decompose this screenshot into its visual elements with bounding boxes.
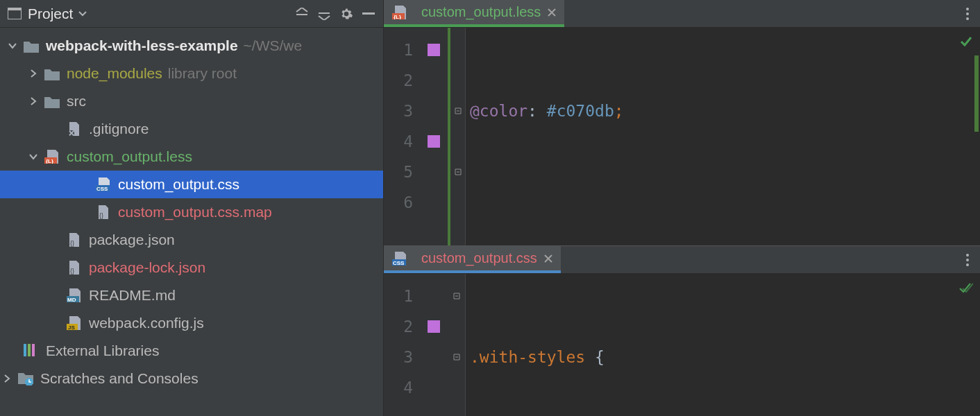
tab-bar-top: {L} custom_output.less xyxy=(384,0,980,28)
swatch-gutter xyxy=(420,274,448,416)
tree-item-packagejson[interactable]: · {} package.json xyxy=(0,226,383,254)
code-css[interactable]: .with-styles { background-color: #c070db… xyxy=(466,274,980,416)
less-file-icon: {L} xyxy=(44,150,60,164)
css-file-icon: CSS xyxy=(96,177,111,191)
svg-point-27 xyxy=(966,259,969,261)
minimize-icon[interactable] xyxy=(360,5,378,23)
editor-pane-css: CSS custom_output.css 1 2 3 4 xyxy=(384,246,980,416)
vcs-change-stripe xyxy=(974,55,979,132)
fold-gutter xyxy=(448,274,466,416)
editor-area: {L} custom_output.less 1 2 3 4 5 6 xyxy=(384,0,980,416)
more-icon[interactable] xyxy=(955,0,980,27)
tree-item-label: node_modules xyxy=(67,65,162,82)
tree-item-cssmap[interactable]: · {} custom_output.css.map xyxy=(0,198,383,226)
color-swatch[interactable] xyxy=(428,320,440,333)
js-file-icon: JS xyxy=(67,316,82,330)
svg-point-21 xyxy=(966,8,969,10)
fold-end-icon[interactable] xyxy=(450,157,465,187)
gear-icon[interactable] xyxy=(337,5,355,23)
editor-body-less[interactable]: 1 2 3 4 5 6 @color: #c070db; xyxy=(384,28,980,245)
tree-item-label: webpack.config.js xyxy=(89,315,204,331)
chevron-right-icon[interactable] xyxy=(29,69,42,78)
svg-rect-1 xyxy=(8,8,22,10)
tree-item-label: custom_output.less xyxy=(67,148,192,165)
tree-item-label: package.json xyxy=(89,232,175,248)
svg-text:MD: MD xyxy=(67,297,76,302)
tree-root-label: webpack-with-less-example xyxy=(46,37,238,54)
editor-body-css[interactable]: 1 2 3 4 .with-styles { background-color:… xyxy=(384,274,980,416)
close-icon[interactable] xyxy=(548,8,556,17)
fold-start-icon[interactable] xyxy=(448,281,465,311)
svg-rect-2 xyxy=(362,12,375,15)
tree-item-label: package-lock.json xyxy=(89,259,205,276)
tree-external-libs[interactable]: · External Libraries xyxy=(0,337,383,365)
svg-text:{}: {} xyxy=(70,240,74,247)
tree-item-node-modules[interactable]: node_modules library root xyxy=(0,60,383,87)
chevron-down-icon[interactable] xyxy=(78,11,87,17)
svg-rect-15 xyxy=(24,344,26,356)
json-file-icon: {} xyxy=(67,233,82,247)
svg-point-26 xyxy=(966,254,969,257)
svg-text:JS: JS xyxy=(68,324,75,330)
tree-item-webpack[interactable]: · JS webpack.config.js xyxy=(0,309,383,337)
tree-item-readme[interactable]: · MD README.md xyxy=(0,281,383,309)
svg-text:{L}: {L} xyxy=(394,14,401,19)
md-file-icon: MD xyxy=(67,288,82,302)
fold-gutter xyxy=(448,28,466,245)
tree-item-label: custom_output.css xyxy=(118,176,239,193)
json-file-icon: {} xyxy=(67,261,82,275)
svg-text:CSS: CSS xyxy=(393,260,405,266)
collapse-all-icon[interactable] xyxy=(315,5,333,23)
line-gutter: 1 2 3 4 xyxy=(384,274,420,416)
tree-root-hint: ~/WS/we xyxy=(244,37,303,54)
tree-item-label: .gitignore xyxy=(89,121,149,137)
chevron-right-icon[interactable] xyxy=(29,97,42,105)
svg-text:{}: {} xyxy=(99,212,103,219)
select-opened-icon[interactable] xyxy=(293,5,311,23)
tree-item-label: README.md xyxy=(89,287,176,304)
tab-less[interactable]: {L} custom_output.less xyxy=(384,0,564,27)
svg-point-22 xyxy=(966,12,969,15)
tab-css[interactable]: CSS custom_output.css xyxy=(384,246,561,273)
folder-icon xyxy=(44,67,60,80)
tree-item-label: External Libraries xyxy=(46,343,159,359)
tab-bar-bottom: CSS custom_output.css xyxy=(384,246,980,274)
tree-item-src[interactable]: src xyxy=(0,87,383,115)
chevron-down-icon[interactable] xyxy=(29,153,42,161)
fold-start-icon[interactable] xyxy=(450,96,465,126)
tree-root[interactable]: webpack-with-less-example ~/WS/we xyxy=(0,32,383,60)
svg-point-23 xyxy=(966,17,969,20)
more-icon[interactable] xyxy=(955,246,980,273)
tree-item-css[interactable]: · CSS custom_output.css xyxy=(0,171,383,198)
css-file-icon: CSS xyxy=(392,252,407,266)
color-swatch[interactable] xyxy=(428,44,440,56)
fold-end-icon[interactable] xyxy=(448,342,465,372)
tree-item-label: src xyxy=(67,93,86,110)
svg-text:{L}: {L} xyxy=(46,158,53,164)
tree-item-hint: library root xyxy=(168,65,237,82)
inspection-ok-icon[interactable] xyxy=(958,281,973,296)
tree-item-less[interactable]: {L} custom_output.less xyxy=(0,143,383,171)
close-icon[interactable] xyxy=(544,254,552,263)
swatch-gutter xyxy=(420,28,448,245)
sidebar-header: Project xyxy=(0,0,383,28)
tree-scratches[interactable]: Scratches and Consoles xyxy=(0,365,383,392)
tree-item-gitignore[interactable]: · .gitignore xyxy=(0,115,383,143)
tab-label: custom_output.less xyxy=(421,4,541,20)
editor-pane-less: {L} custom_output.less 1 2 3 4 5 6 xyxy=(384,0,980,246)
less-file-icon: {L} xyxy=(392,6,407,19)
folder-icon xyxy=(44,94,60,108)
chevron-down-icon[interactable] xyxy=(8,42,21,50)
project-sidebar: Project webpack-with-less-example xyxy=(0,0,384,416)
svg-rect-17 xyxy=(32,344,35,356)
inspection-ok-icon[interactable] xyxy=(959,35,973,49)
file-icon xyxy=(67,122,82,136)
code-less[interactable]: @color: #c070db; .with-styles { backgrou… xyxy=(466,28,980,245)
sidebar-title[interactable]: Project xyxy=(28,6,73,22)
svg-text:{}: {} xyxy=(70,268,74,275)
svg-point-28 xyxy=(966,263,969,266)
map-file-icon: {} xyxy=(96,205,111,219)
tree-item-packagelock[interactable]: · {} package-lock.json xyxy=(0,254,383,281)
color-swatch[interactable] xyxy=(428,135,440,148)
chevron-right-icon[interactable] xyxy=(3,374,15,383)
